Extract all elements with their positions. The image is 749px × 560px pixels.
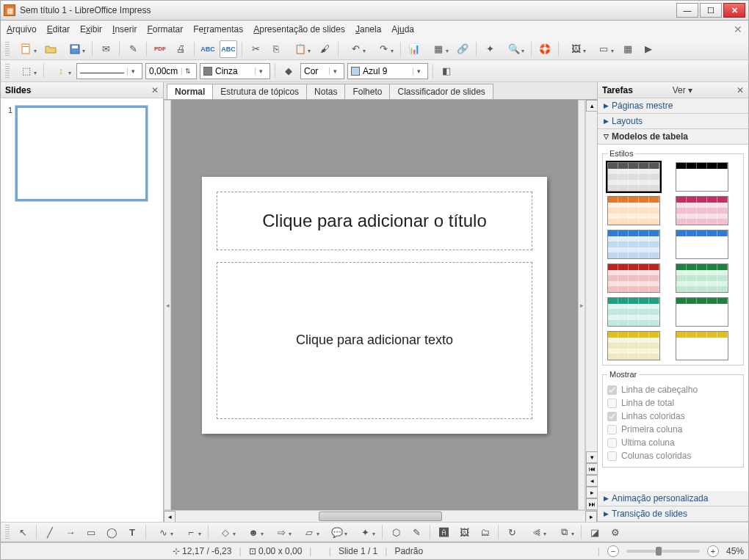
check-banded-rows[interactable]: Linhas coloridas bbox=[607, 410, 739, 423]
close-doc-icon[interactable]: ✕ bbox=[734, 23, 742, 35]
hyperlink-button[interactable]: 🔗 bbox=[454, 40, 471, 58]
menu-formatar[interactable]: Formatar bbox=[147, 24, 183, 34]
email-button[interactable]: ✉ bbox=[97, 40, 115, 58]
right-pane-toggle[interactable]: ▸ bbox=[578, 100, 585, 510]
section-slide-transition[interactable]: ▶Transição de slides bbox=[598, 506, 748, 522]
menu-exibir[interactable]: Exibir bbox=[80, 24, 102, 34]
tab-outline[interactable]: Estrutura de tópicos bbox=[212, 84, 307, 99]
fill-color-combo[interactable]: Azul 9 ▾ bbox=[347, 63, 428, 79]
menu-editar[interactable]: Editar bbox=[47, 24, 70, 34]
zoom-button[interactable]: 🔍 bbox=[502, 40, 527, 58]
check-last-col[interactable]: Ultima coluna bbox=[607, 436, 739, 449]
from-file-tool[interactable]: 🖼 bbox=[455, 523, 473, 541]
slide-thumbnail[interactable]: 1 bbox=[8, 106, 156, 201]
grip-icon[interactable] bbox=[5, 64, 10, 79]
slide-canvas[interactable]: Clique para adicionar o título Clique pa… bbox=[171, 100, 578, 510]
pdf-button[interactable]: PDF bbox=[151, 40, 169, 58]
check-first-col[interactable]: Primeira coluna bbox=[607, 423, 739, 436]
callouts-tool[interactable]: 💬 bbox=[325, 523, 350, 541]
tab-normal[interactable]: Normal bbox=[167, 84, 213, 99]
print-button[interactable]: 🖨 bbox=[172, 40, 189, 58]
extrusion-tool[interactable]: ◪ bbox=[586, 523, 604, 541]
text-tool[interactable]: T bbox=[123, 523, 141, 541]
chart-button[interactable]: 📊 bbox=[405, 40, 423, 58]
tab-notes[interactable]: Notas bbox=[306, 84, 345, 99]
new-button[interactable] bbox=[14, 40, 39, 58]
vertical-scrollbar[interactable]: ▴ ▾ ⏮ ◂ ▸ ⏭ bbox=[585, 100, 597, 510]
table-style-swatch[interactable] bbox=[676, 230, 728, 259]
arrow-style-button[interactable]: ⬚ bbox=[14, 62, 39, 80]
minimize-button[interactable]: — bbox=[676, 3, 698, 18]
format-paint-button[interactable]: 🖌 bbox=[316, 40, 333, 58]
slide-button[interactable]: 🖼 bbox=[563, 40, 588, 58]
presentation-button[interactable]: ▶ bbox=[640, 40, 657, 58]
arrange-tool[interactable]: ⧉ bbox=[551, 523, 576, 541]
redo-button[interactable]: ↷ bbox=[371, 40, 396, 58]
copy-button[interactable]: ⎘ bbox=[267, 40, 285, 58]
next-button[interactable]: ▸ bbox=[586, 487, 597, 498]
edit-button[interactable]: ✎ bbox=[124, 40, 142, 58]
auto-spellcheck-button[interactable]: ABC bbox=[220, 40, 237, 58]
basic-shapes-tool[interactable]: ◇ bbox=[213, 523, 238, 541]
table-style-swatch[interactable] bbox=[607, 331, 660, 360]
table-style-swatch[interactable] bbox=[607, 230, 660, 259]
table-style-swatch[interactable] bbox=[676, 162, 728, 192]
scroll-up-icon[interactable]: ▴ bbox=[586, 100, 597, 112]
scroll-right-icon[interactable]: ▸ bbox=[585, 511, 597, 522]
line-color-combo[interactable]: Cinza ▾ bbox=[200, 63, 270, 79]
undo-button[interactable]: ↶ bbox=[343, 40, 368, 58]
save-button[interactable] bbox=[62, 40, 87, 58]
rect-tool[interactable]: ▭ bbox=[82, 523, 100, 541]
curve-tool[interactable]: ∿ bbox=[151, 523, 176, 541]
tab-handout[interactable]: Folheto bbox=[344, 84, 390, 99]
paste-button[interactable]: 📋 bbox=[288, 40, 313, 58]
fontwork-tool[interactable]: 🅰 bbox=[435, 523, 452, 541]
zoom-slider[interactable] bbox=[626, 550, 700, 553]
tab-sorter[interactable]: Classificador de slides bbox=[389, 84, 493, 99]
slide-design-button[interactable]: ▭ bbox=[591, 40, 616, 58]
interaction-tool[interactable]: ⚙ bbox=[607, 523, 624, 541]
check-banded-cols[interactable]: Colunas coloridas bbox=[607, 449, 739, 462]
fill-mode-combo[interactable]: Cor ▾ bbox=[300, 63, 344, 79]
next-slide-button[interactable]: ⏭ bbox=[586, 498, 597, 510]
table-style-swatch[interactable] bbox=[676, 331, 728, 360]
table-style-swatch[interactable] bbox=[676, 263, 728, 293]
tasks-view-menu[interactable]: Ver ▾ bbox=[673, 85, 692, 95]
menu-ajuda[interactable]: Ajuda bbox=[391, 24, 414, 34]
zoom-in-button[interactable]: + bbox=[707, 545, 719, 557]
spellcheck-button[interactable]: ABC bbox=[199, 40, 217, 58]
area-button[interactable]: ◆ bbox=[280, 62, 297, 80]
close-tasks-panel-icon[interactable]: ✕ bbox=[737, 85, 744, 95]
align-tool[interactable]: ⫷ bbox=[524, 523, 549, 541]
connector-tool[interactable]: ⌐ bbox=[178, 523, 203, 541]
select-tool[interactable]: ↖ bbox=[14, 523, 32, 541]
menu-ferramentas[interactable]: Ferramentas bbox=[193, 24, 243, 34]
slide-layout-button[interactable]: ▦ bbox=[619, 40, 637, 58]
section-custom-animation[interactable]: ▶Animação personalizada bbox=[598, 491, 748, 506]
glue-tool[interactable]: ✎ bbox=[408, 523, 425, 541]
menu-apresentacao[interactable]: Apresentação de slides bbox=[253, 24, 345, 34]
zoom-value[interactable]: 45% bbox=[726, 546, 744, 556]
points-tool[interactable]: ⬡ bbox=[387, 523, 405, 541]
prev-slide-button[interactable]: ⏮ bbox=[586, 463, 597, 475]
line-width-input[interactable]: 0,00cm ⇅ bbox=[145, 63, 197, 79]
close-button[interactable]: ✕ bbox=[723, 3, 745, 18]
left-pane-toggle[interactable]: ◂ bbox=[164, 100, 171, 510]
prev-button[interactable]: ◂ bbox=[586, 475, 597, 487]
close-slides-panel-icon[interactable]: ✕ bbox=[151, 85, 159, 95]
horizontal-scrollbar[interactable]: ◂ ▸ bbox=[164, 510, 597, 522]
section-layouts[interactable]: ▶Layouts bbox=[598, 114, 748, 129]
line-style-combo[interactable]: ▾ bbox=[76, 63, 142, 79]
table-style-swatch[interactable] bbox=[607, 196, 660, 225]
shadow-button[interactable]: ◧ bbox=[438, 62, 455, 80]
symbol-shapes-tool[interactable]: ☻ bbox=[241, 523, 266, 541]
flowchart-tool[interactable]: ▱ bbox=[297, 523, 322, 541]
rotate-tool[interactable]: ↻ bbox=[503, 523, 521, 541]
scroll-left-icon[interactable]: ◂ bbox=[164, 511, 176, 522]
cut-button[interactable]: ✂ bbox=[247, 40, 264, 58]
menu-janela[interactable]: Janela bbox=[355, 24, 381, 34]
title-placeholder[interactable]: Clique para adicionar o título bbox=[217, 192, 532, 250]
check-total-row[interactable]: Linha de total bbox=[607, 396, 739, 410]
table-style-swatch[interactable] bbox=[676, 297, 728, 327]
content-placeholder[interactable]: Clique para adicionar texto bbox=[217, 262, 532, 419]
